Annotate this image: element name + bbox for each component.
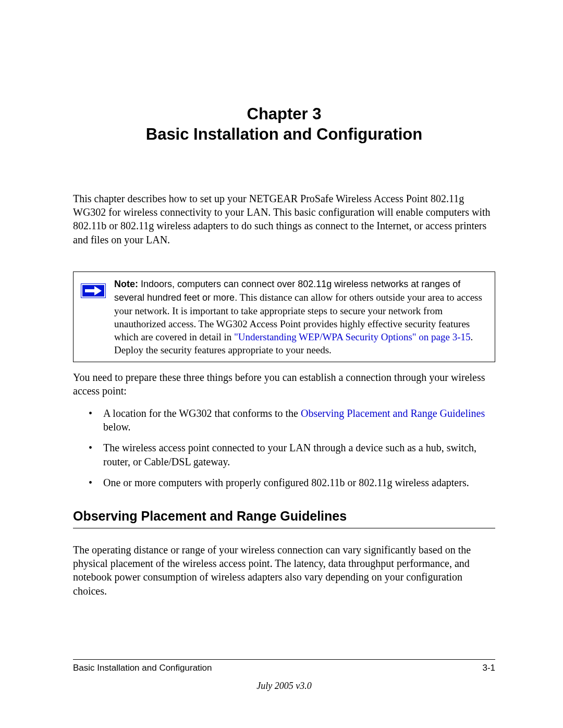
prep-list: A location for the WG302 that conforms t… [73,406,495,490]
note-text: Note: Indoors, computers can connect ove… [114,277,487,356]
list-item: A location for the WG302 that conforms t… [89,406,495,434]
page-footer: Basic Installation and Configuration 3-1… [73,659,495,692]
footer-page-number: 3-1 [482,663,495,673]
list-item-pre: A location for the WG302 that conforms t… [103,408,301,419]
footer-rule [73,659,495,660]
intro-paragraph: This chapter describes how to set up you… [73,192,495,247]
prep-intro: You need to prepare these three things b… [73,371,495,398]
chapter-title: Basic Installation and Configuration [146,125,422,143]
footer-date: July 2005 v3.0 [73,681,495,692]
list-item-post: below. [103,421,131,433]
note-box: Note: Indoors, computers can connect ove… [73,272,495,362]
footer-chapter-title: Basic Installation and Configuration [73,663,212,673]
note-label: Note: [114,279,138,289]
page: Chapter 3 Basic Installation and Configu… [0,0,563,728]
chapter-number: Chapter 3 [247,105,322,123]
list-item: The wireless access point connected to y… [89,441,495,468]
section-heading: Observing Placement and Range Guidelines [73,509,495,528]
list-item-pre: The wireless access point connected to y… [103,442,476,467]
list-item-link[interactable]: Observing Placement and Range Guidelines [301,408,485,419]
chapter-heading: Chapter 3 Basic Installation and Configu… [73,104,495,145]
list-item: One or more computers with properly conf… [89,476,495,489]
note-link[interactable]: "Understanding WEP/WPA Security Options"… [234,331,471,342]
note-arrow-icon [81,283,106,300]
section-body: The operating distance or range of your … [73,543,495,598]
list-item-pre: One or more computers with properly conf… [103,477,469,488]
svg-rect-2 [85,289,94,292]
